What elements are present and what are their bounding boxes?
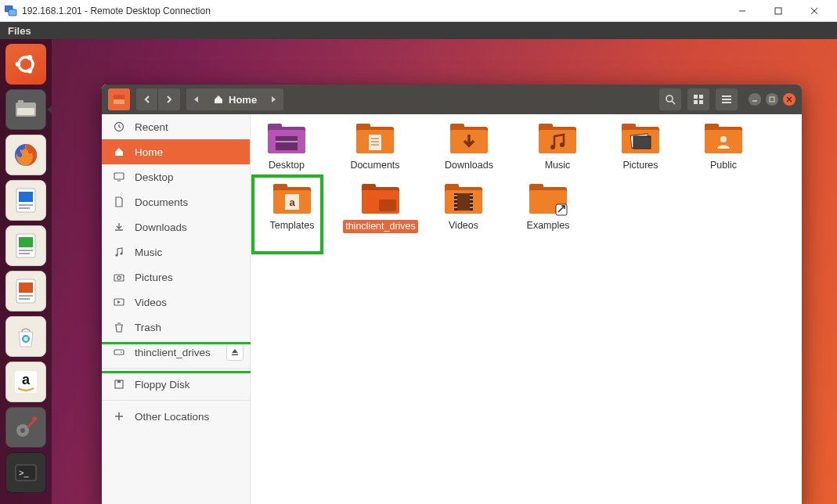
path-segment-label: Home <box>229 94 257 106</box>
launcher-settings[interactable] <box>5 407 46 448</box>
svg-point-31 <box>20 428 25 433</box>
win-maximize-button[interactable] <box>760 0 796 22</box>
unity-launcher: a >_ <box>0 39 52 504</box>
sidebar-item-trash[interactable]: Trash <box>102 315 250 340</box>
svg-rect-110 <box>454 207 457 208</box>
file-manager-window: Home Recent Home Desktop Documents Downl… <box>102 85 802 504</box>
sidebar-separator <box>102 368 250 369</box>
sidebar-item-pictures[interactable]: Pictures <box>102 265 250 290</box>
rdc-titlebar: 192.168.1.201 - Remote Desktop Connectio… <box>0 0 837 22</box>
sidebar-item-label: Home <box>135 146 163 158</box>
terminal-icon: >_ <box>10 457 41 488</box>
folder-label: Pictures <box>622 160 658 171</box>
sidebar-item-thinclient[interactable]: thinclient_drives <box>102 340 250 365</box>
folder-label: Documents <box>350 160 399 171</box>
svg-rect-12 <box>17 108 34 115</box>
svg-rect-40 <box>699 95 703 99</box>
sidebar-item-floppy[interactable]: Floppy Disk <box>102 372 250 397</box>
window-minimize-button[interactable] <box>749 93 761 106</box>
documents-folder-icon <box>355 122 395 157</box>
file-manager-headerbar: Home <box>102 85 802 114</box>
amazon-icon: a <box>10 366 41 398</box>
launcher-writer[interactable] <box>5 180 46 221</box>
svg-point-8 <box>27 55 32 59</box>
floppy-icon <box>113 378 125 391</box>
view-grid-button[interactable] <box>687 88 709 110</box>
launcher-firefox[interactable] <box>5 135 46 175</box>
file-manager-content[interactable]: Desktop Documents Downloads Music <box>251 114 802 504</box>
svg-rect-27 <box>24 337 28 341</box>
win-close-button[interactable] <box>796 0 832 22</box>
folder-templates[interactable]: a Templates <box>257 182 327 233</box>
launcher-amazon[interactable]: a <box>5 362 46 402</box>
window-controls <box>749 93 796 106</box>
sidebar-item-recent[interactable]: Recent <box>102 114 250 139</box>
ubuntu-logo-icon <box>13 51 39 77</box>
svg-rect-15 <box>19 192 33 202</box>
folder-thinclient-drives[interactable]: thinclient_drives <box>351 182 410 233</box>
search-button[interactable] <box>659 88 681 110</box>
music-folder-icon <box>537 122 578 157</box>
svg-rect-89 <box>705 124 719 130</box>
path-prev-button[interactable] <box>186 88 205 110</box>
sidebar-item-downloads[interactable]: Downloads <box>102 214 250 239</box>
nav-forward-button[interactable] <box>158 88 180 110</box>
sidebar-item-label: Videos <box>135 297 167 308</box>
svg-rect-58 <box>114 350 124 355</box>
svg-point-53 <box>115 254 117 256</box>
win-minimize-button[interactable] <box>724 0 760 22</box>
folder-downloads[interactable]: Downloads <box>434 122 504 171</box>
file-drawer-button[interactable] <box>108 88 130 110</box>
unity-menubar[interactable]: Files <box>0 22 837 39</box>
window-close-button[interactable] <box>783 93 796 106</box>
grid-icon <box>693 94 704 105</box>
launcher-dash[interactable] <box>5 44 46 85</box>
folder-documents[interactable]: Documents <box>340 122 410 171</box>
svg-rect-79 <box>539 124 553 130</box>
svg-rect-100 <box>379 200 396 211</box>
path-bar: Home <box>186 88 283 110</box>
eject-button[interactable] <box>226 344 244 361</box>
folder-label: Examples <box>527 220 570 232</box>
nav-back-button[interactable] <box>136 88 158 110</box>
sidebar-item-videos[interactable]: Videos <box>102 290 250 315</box>
sidebar-item-music[interactable]: Music <box>102 239 250 265</box>
folder-pictures[interactable]: Pictures <box>611 122 670 171</box>
folder-music[interactable]: Music <box>528 122 587 171</box>
sidebar-item-documents[interactable]: Documents <box>102 189 250 214</box>
camera-icon <box>113 271 125 283</box>
svg-rect-93 <box>273 184 287 190</box>
hamburger-menu-button[interactable] <box>716 88 738 110</box>
launcher-files[interactable] <box>5 89 46 130</box>
svg-rect-67 <box>276 141 298 142</box>
path-next-button[interactable] <box>265 88 283 110</box>
sidebar-item-label: Music <box>135 247 162 258</box>
svg-rect-102 <box>445 184 459 190</box>
path-segment-home[interactable]: Home <box>205 88 265 110</box>
launcher-calc[interactable] <box>5 225 46 266</box>
rdc-title: 192.168.1.201 - Remote Desktop Connectio… <box>22 5 211 16</box>
launcher-software[interactable] <box>5 316 46 357</box>
firefox-icon <box>10 139 41 171</box>
window-maximize-button[interactable] <box>766 93 778 106</box>
sidebar-item-home[interactable]: Home <box>102 139 250 164</box>
videos-folder-icon <box>443 182 484 217</box>
menubar-app-label: Files <box>8 25 31 37</box>
sidebar-item-desktop[interactable]: Desktop <box>102 164 250 189</box>
clock-icon <box>113 121 125 133</box>
desktop-icon <box>113 171 125 183</box>
folder-examples[interactable]: Examples <box>517 182 579 233</box>
templates-folder-icon: a <box>272 182 312 217</box>
document-icon <box>113 196 125 208</box>
chevron-left-icon <box>143 95 152 104</box>
launcher-impress[interactable] <box>5 271 46 311</box>
folder-videos[interactable]: Videos <box>434 182 493 233</box>
svg-rect-87 <box>633 136 651 149</box>
folder-public[interactable]: Public <box>694 122 753 171</box>
launcher-terminal[interactable]: >_ <box>5 452 46 493</box>
public-folder-icon <box>703 122 744 157</box>
svg-rect-51 <box>114 173 124 179</box>
folder-desktop[interactable]: Desktop <box>257 122 316 171</box>
sidebar-item-other[interactable]: Other Locations <box>102 404 250 429</box>
svg-text:a: a <box>289 196 295 208</box>
